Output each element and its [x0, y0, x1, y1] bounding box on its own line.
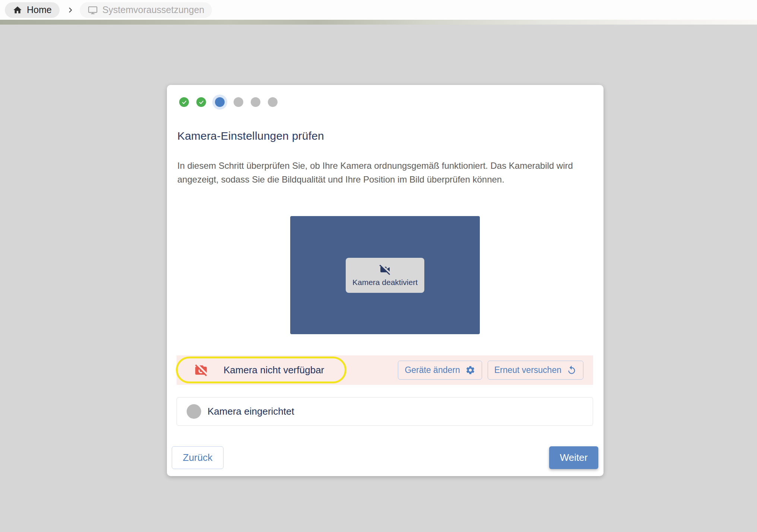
- alert-highlight-ring: Kamera nicht verfügbar: [176, 357, 346, 383]
- retry-label: Erneut versuchen: [494, 365, 561, 375]
- alert-message: Kamera nicht verfügbar: [224, 364, 324, 376]
- step-description: In diesem Schritt überprüfen Sie, ob Ihr…: [177, 159, 596, 186]
- camera-setup-status-row: Kamera eingerichtet: [177, 397, 593, 426]
- alert-actions: Geräte ändern Erneut versuchen: [398, 361, 583, 380]
- change-devices-button[interactable]: Geräte ändern: [398, 361, 482, 380]
- step-dot-done: [196, 97, 206, 107]
- gear-icon: [465, 365, 475, 375]
- step-dot-todo: [234, 97, 243, 107]
- next-button[interactable]: Weiter: [549, 446, 598, 469]
- breadcrumb-home[interactable]: Home: [5, 2, 60, 18]
- breadcrumb: Home Systemvoraussetzungen: [0, 0, 757, 20]
- monitor-icon: [88, 5, 98, 15]
- step-dot-todo: [251, 97, 260, 107]
- back-button[interactable]: Zurück: [172, 446, 224, 469]
- page-title: Kamera-Einstellungen prüfen: [177, 130, 324, 142]
- status-circle-icon: [187, 404, 201, 419]
- chevron-right-icon: [67, 6, 74, 14]
- setup-status-label: Kamera eingerichtet: [208, 406, 294, 417]
- camera-alert: Kamera nicht verfügbar Geräte ändern Ern…: [177, 355, 593, 385]
- step-dot-done: [179, 97, 189, 107]
- step-dot-todo: [268, 97, 278, 107]
- wizard-card: Kamera-Einstellungen prüfen In diesem Sc…: [167, 85, 604, 476]
- breadcrumb-current: Systemvoraussetzungen: [80, 2, 212, 18]
- breadcrumb-home-label: Home: [27, 4, 52, 15]
- retry-button[interactable]: Erneut versuchen: [488, 361, 583, 380]
- background-edge-strip: [0, 20, 757, 25]
- camera-disabled-badge: Kamera deaktiviert: [346, 258, 424, 293]
- change-devices-label: Geräte ändern: [405, 365, 460, 375]
- camera-off-icon: [194, 363, 208, 377]
- camera-disabled-label: Kamera deaktiviert: [352, 278, 418, 287]
- retry-icon: [567, 365, 577, 375]
- home-icon: [13, 5, 22, 15]
- breadcrumb-current-label: Systemvoraussetzungen: [102, 4, 205, 15]
- videocam-off-icon: [379, 263, 391, 276]
- stepper: [179, 94, 278, 110]
- camera-preview: Kamera deaktiviert: [290, 216, 480, 334]
- step-dot-active: [215, 97, 225, 107]
